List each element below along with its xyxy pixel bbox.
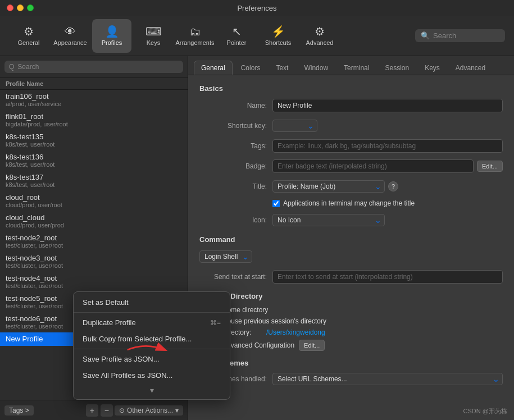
badge-control: Edit... <box>272 159 503 173</box>
maximize-button[interactable] <box>27 4 34 11</box>
shortcut-row: Shortcut key: <box>199 118 503 133</box>
icon-select-wrapper[interactable]: No Icon <box>272 214 385 226</box>
basics-section-title: Basics <box>199 84 503 93</box>
radio-reuse-label: Reuse previous session's directory <box>222 317 326 325</box>
adv-config-edit-button[interactable]: Edit... <box>299 340 325 351</box>
toolbar-item-general[interactable]: ⚙ General <box>9 19 48 53</box>
name-label: Name: <box>199 102 272 109</box>
tab-window[interactable]: Window <box>297 61 335 75</box>
menu-save-json[interactable]: Save Profile as JSON... <box>74 351 230 367</box>
title-checkbox-label: Applications in terminal may change the … <box>283 199 415 207</box>
icon-control: No Icon <box>272 214 503 226</box>
toolbar-search[interactable]: 🔍 <box>415 29 505 42</box>
toolbar-search-input[interactable] <box>433 31 499 40</box>
toolbar-item-appearance[interactable]: 👁 Appearance <box>51 19 90 53</box>
add-profile-button[interactable]: + <box>86 404 98 417</box>
toolbar-item-keys[interactable]: ⌨ Keys <box>134 19 173 53</box>
menu-separator-1 <box>74 312 230 313</box>
menu-separator-2 <box>74 349 230 349</box>
shell-select-wrapper[interactable]: Login Shell <box>199 250 252 263</box>
tab-colors[interactable]: Colors <box>234 61 268 75</box>
window-title: Preferences <box>237 4 276 12</box>
profile-item[interactable]: train106_root ai/prod, user/service <box>0 90 188 110</box>
toolbar-label-advanced: Advanced <box>306 39 334 46</box>
profile-item[interactable]: k8s-test137 k8s/test, user/root <box>0 171 188 191</box>
menu-set-default[interactable]: Set as Default <box>74 294 230 311</box>
arrangement-icon: 🗂 <box>189 26 201 37</box>
shell-select[interactable]: Login Shell <box>199 250 252 263</box>
profile-item[interactable]: cloud_cloud cloud/prod, user/prod <box>0 211 188 231</box>
toolbar-item-arrangements[interactable]: 🗂 Arrangements <box>175 19 215 53</box>
dir-path-row: Directory: /Users/xingweidong <box>211 328 503 336</box>
other-actions-label: Other Actions... <box>127 407 173 414</box>
remove-profile-button[interactable]: − <box>101 404 113 417</box>
badge-edit-button[interactable]: Edit... <box>477 161 503 172</box>
profile-item[interactable]: test-node3_root test/cluster, user/root <box>0 252 188 272</box>
profile-item[interactable]: k8s-test135 k8s/test, user/root <box>0 130 188 150</box>
profile-item[interactable]: flink01_root bigdata/prod, user/root <box>0 110 188 130</box>
toolbar-label-general: General <box>17 39 39 46</box>
shortcut-select[interactable] <box>272 120 317 132</box>
icon-select[interactable]: No Icon <box>272 214 385 226</box>
profile-item[interactable]: test-node2_root test/cluster, user/root <box>0 231 188 252</box>
sidebar: Q Profile Name train106_root ai/prod, us… <box>0 56 188 420</box>
gear-icon: ⚙ <box>24 26 34 37</box>
dir-path-text: /Users/xingweidong <box>266 328 325 336</box>
eye-icon: 👁 <box>65 26 76 37</box>
profile-item[interactable]: test-node4_root test/cluster, user/root <box>0 272 188 292</box>
tab-advanced[interactable]: Advanced <box>448 61 493 75</box>
schemes-select[interactable]: Select URL Schemes... <box>272 373 503 385</box>
profile-item[interactable]: k8s-test136 k8s/test, user/root <box>0 150 188 171</box>
minimize-button[interactable] <box>17 4 24 11</box>
sidebar-search-icon: Q <box>9 63 14 71</box>
title-help-button[interactable]: ? <box>388 181 398 191</box>
menu-bulk-copy[interactable]: Bulk Copy from Selected Profile... <box>74 331 230 347</box>
toolbar-item-pointer[interactable]: ↖ Pointer <box>217 19 256 53</box>
tags-button[interactable]: Tags > <box>4 405 34 416</box>
shell-row: Login Shell <box>199 249 503 264</box>
working-dir-title: Working Directory <box>199 292 503 300</box>
other-actions-dropdown: Set as Default Duplicate Profile ⌘= Bulk… <box>73 291 230 400</box>
shortcut-control <box>272 120 503 132</box>
right-panel: General Colors Text Window Terminal Sess… <box>188 56 514 420</box>
schemes-select-wrapper[interactable]: Select URL Schemes... <box>272 373 503 385</box>
other-actions-button[interactable]: ⊙ Other Actions... ▾ <box>115 405 183 416</box>
badge-input[interactable] <box>272 159 474 173</box>
tab-text[interactable]: Text <box>269 61 295 75</box>
title-select[interactable]: Profile: Name (Job) <box>272 180 385 193</box>
search-icon: 🔍 <box>421 31 430 40</box>
tags-input[interactable] <box>272 139 503 153</box>
profile-item[interactable]: cloud_root cloud/prod, user/root <box>0 191 188 211</box>
tab-session[interactable]: Session <box>377 61 416 75</box>
shortcut-label: Shortcut key: <box>199 122 272 130</box>
toolbar-item-profiles[interactable]: 👤 Profiles <box>92 19 131 53</box>
send-text-input[interactable] <box>272 270 503 284</box>
tags-control <box>272 139 503 153</box>
menu-duplicate-profile[interactable]: Duplicate Profile ⌘= <box>74 314 230 331</box>
adv-config-row: Advanced Configuration Edit... <box>211 340 503 351</box>
title-control: Profile: Name (Job) ? <box>272 180 503 193</box>
toolbar-label-appearance: Appearance <box>53 39 87 46</box>
shortcut-select-wrapper[interactable] <box>272 120 317 132</box>
title-select-wrapper[interactable]: Profile: Name (Job) <box>272 180 385 193</box>
send-text-control <box>272 270 503 284</box>
tags-label: Tags: <box>199 142 272 150</box>
title-checkbox[interactable] <box>272 200 280 207</box>
tab-terminal[interactable]: Terminal <box>336 61 376 75</box>
menu-save-all-json[interactable]: Save All Profiles as JSON... <box>74 367 230 384</box>
toolbar: ⚙ General 👁 Appearance 👤 Profiles ⌨ Keys… <box>0 16 514 56</box>
tab-bar: General Colors Text Window Terminal Sess… <box>188 56 514 75</box>
main: Q Profile Name train106_root ai/prod, us… <box>0 56 514 420</box>
name-input[interactable] <box>272 99 503 112</box>
command-section-title: Command <box>199 235 503 244</box>
other-actions-icon: ⊙ <box>119 407 125 414</box>
sidebar-search-wrapper[interactable]: Q <box>4 61 183 73</box>
watermark: CSDN @邢为栋 <box>463 407 507 416</box>
tab-keys[interactable]: Keys <box>417 61 447 75</box>
sidebar-search-input[interactable] <box>17 63 179 71</box>
close-button[interactable] <box>7 4 13 11</box>
toolbar-item-advanced[interactable]: ⚙ Advanced <box>300 19 339 53</box>
tab-general[interactable]: General <box>194 61 233 75</box>
url-schemes-title: URL Schemes <box>199 359 503 367</box>
toolbar-item-shortcuts[interactable]: ⚡ Shortcuts <box>258 19 298 53</box>
